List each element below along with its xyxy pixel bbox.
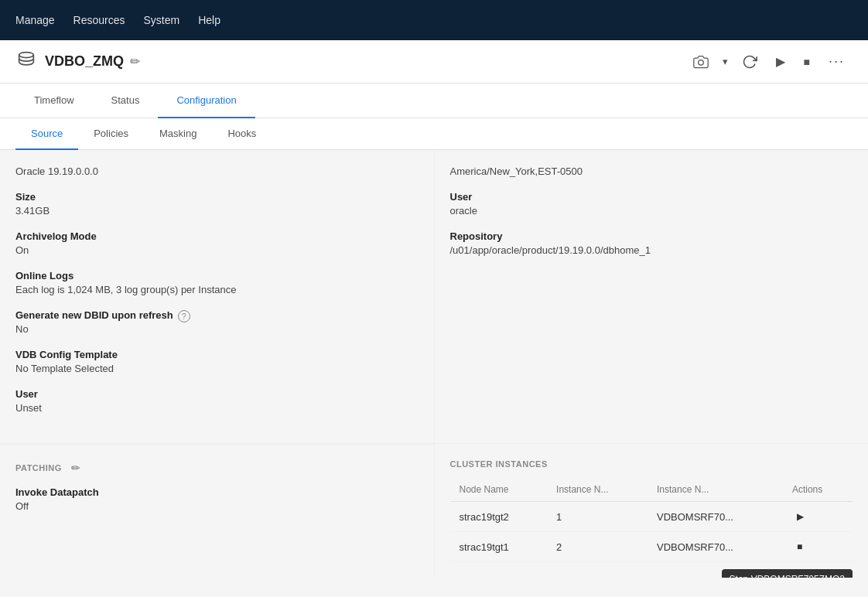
header-bar: VDBO_ZMQ ✏ ▾ ▶ ■ ··· [0, 40, 868, 84]
svg-point-1 [698, 60, 703, 65]
tab-status[interactable]: Status [93, 84, 159, 118]
db-icon [15, 49, 45, 73]
table-row: strac19tgt1 2 VDBOMSRF70... ■ Stop VDBOM… [450, 532, 853, 562]
repository-value: /u01/app/oracle/product/19.19.0.0/dbhome… [450, 244, 853, 256]
camera-dropdown-button[interactable]: ▾ [719, 49, 731, 73]
primary-tabs: Timeflow Status Configuration [0, 84, 868, 118]
nav-help[interactable]: Help [198, 2, 220, 39]
archivelog-label: Archivelog Mode [15, 230, 419, 242]
timezone-value: America/New_York,EST-0500 [450, 165, 853, 177]
size-field: Size 3.41GB [15, 191, 419, 217]
cluster-title: CLUSTER INSTANCES [450, 459, 853, 469]
source-content: Oracle 19.19.0.0.0 Size 3.41GB Archivelo… [0, 150, 868, 443]
instance-name-1: VDBOMSRF70... [648, 502, 783, 532]
db-version-field: Oracle 19.19.0.0.0 [15, 165, 419, 177]
nav-resources[interactable]: Resources [73, 2, 125, 39]
invoke-datapatch-value: Off [15, 500, 419, 512]
left-section: Oracle 19.19.0.0.0 Size 3.41GB Archivelo… [0, 150, 435, 443]
col-instance-num: Instance N... [547, 478, 648, 502]
timezone-field: America/New_York,EST-0500 [450, 165, 853, 177]
stop-button[interactable]: ■ [796, 49, 818, 74]
patching-edit-button[interactable]: ✏ [68, 460, 84, 476]
instance-num-2: 2 [547, 532, 648, 562]
stop-instance-2-button[interactable]: ■ [792, 540, 807, 554]
archivelog-value: On [15, 244, 419, 256]
table-row: strac19tgt2 1 VDBOMSRF70... ▶ [450, 502, 853, 532]
patching-section: PATCHING ✏ Invoke Datapatch Off [0, 444, 435, 578]
cluster-table-head: Node Name Instance N... Instance N... Ac… [450, 478, 853, 502]
top-nav: Manage Resources System Help [0, 0, 868, 40]
col-node-name: Node Name [450, 478, 548, 502]
tab-source[interactable]: Source [15, 118, 78, 150]
instance-num-1: 1 [547, 502, 648, 532]
patching-header: PATCHING ✏ [15, 460, 419, 476]
repository-field: Repository /u01/app/oracle/product/19.19… [450, 230, 853, 256]
refresh-button[interactable] [734, 48, 765, 76]
secondary-tabs: Source Policies Masking Hooks [0, 118, 868, 150]
size-label: Size [15, 191, 419, 203]
generate-dbid-label: Generate new DBID upon refresh [15, 309, 173, 321]
camera-button[interactable] [685, 48, 716, 76]
invoke-datapatch-label: Invoke Datapatch [15, 486, 419, 498]
play-instance-1-button[interactable]: ▶ [792, 510, 808, 524]
cluster-table: Node Name Instance N... Instance N... Ac… [450, 478, 853, 562]
svg-point-0 [19, 53, 34, 58]
col-instance-name: Instance N... [648, 478, 783, 502]
invoke-datapatch-field: Invoke Datapatch Off [15, 486, 419, 512]
online-logs-field: Online Logs Each log is 1,024 MB, 3 log … [15, 270, 419, 295]
node-name-1: strac19tgt2 [450, 502, 548, 532]
right-section: America/New_York,EST-0500 User oracle Re… [435, 150, 869, 443]
right-user-value: oracle [450, 205, 853, 217]
tab-configuration[interactable]: Configuration [158, 84, 255, 118]
db-version-value: Oracle 19.19.0.0.0 [15, 165, 419, 177]
user-value: Unset [15, 402, 419, 414]
content-wrapper: Oracle 19.19.0.0.0 Size 3.41GB Archivelo… [0, 150, 868, 578]
header-actions: ▾ ▶ ■ ··· [685, 47, 853, 76]
online-logs-label: Online Logs [15, 270, 419, 281]
vdb-config-field: VDB Config Template No Template Selected [15, 349, 419, 374]
stop-tooltip: Stop VDBOMSRF705ZMQ2 [722, 569, 853, 578]
archivelog-field: Archivelog Mode On [15, 230, 419, 256]
cluster-table-header-row: Node Name Instance N... Instance N... Ac… [450, 478, 853, 502]
repository-label: Repository [450, 230, 853, 242]
generate-dbid-field: Generate new DBID upon refresh ? No [15, 309, 419, 335]
tab-timeflow[interactable]: Timeflow [15, 84, 93, 118]
node-name-2: strac19tgt1 [450, 532, 548, 562]
more-button[interactable]: ··· [821, 47, 853, 76]
play-button[interactable]: ▶ [768, 48, 793, 75]
tab-policies[interactable]: Policies [78, 118, 144, 150]
edit-icon[interactable]: ✏ [130, 54, 140, 69]
right-user-label: User [450, 191, 853, 203]
vdb-config-value: No Template Selected [15, 363, 419, 374]
generate-dbid-label-row: Generate new DBID upon refresh ? [15, 309, 419, 323]
patching-title: PATCHING [15, 463, 62, 472]
db-title: VDBO_ZMQ [45, 53, 124, 70]
right-user-field: User oracle [450, 191, 853, 217]
bottom-section: PATCHING ✏ Invoke Datapatch Off CLUSTER … [0, 443, 868, 578]
help-icon[interactable]: ? [178, 310, 190, 322]
vdb-config-label: VDB Config Template [15, 349, 419, 360]
action-cell-1: ▶ [783, 502, 853, 532]
nav-manage[interactable]: Manage [15, 2, 55, 39]
cluster-table-body: strac19tgt2 1 VDBOMSRF70... ▶ strac19tgt… [450, 502, 853, 562]
online-logs-value: Each log is 1,024 MB, 3 log group(s) per… [15, 284, 419, 295]
size-value: 3.41GB [15, 205, 419, 217]
col-actions: Actions [783, 478, 853, 502]
instance-name-2: VDBOMSRF70... [648, 532, 783, 562]
nav-system[interactable]: System [144, 2, 180, 39]
tab-masking[interactable]: Masking [144, 118, 212, 150]
action-cell-2: ■ Stop VDBOMSRF705ZMQ2 [783, 532, 853, 562]
user-field: User Unset [15, 388, 419, 414]
tab-hooks[interactable]: Hooks [212, 118, 272, 150]
generate-dbid-value: No [15, 323, 419, 335]
cluster-section: CLUSTER INSTANCES Node Name Instance N..… [435, 444, 869, 578]
user-label: User [15, 388, 419, 400]
